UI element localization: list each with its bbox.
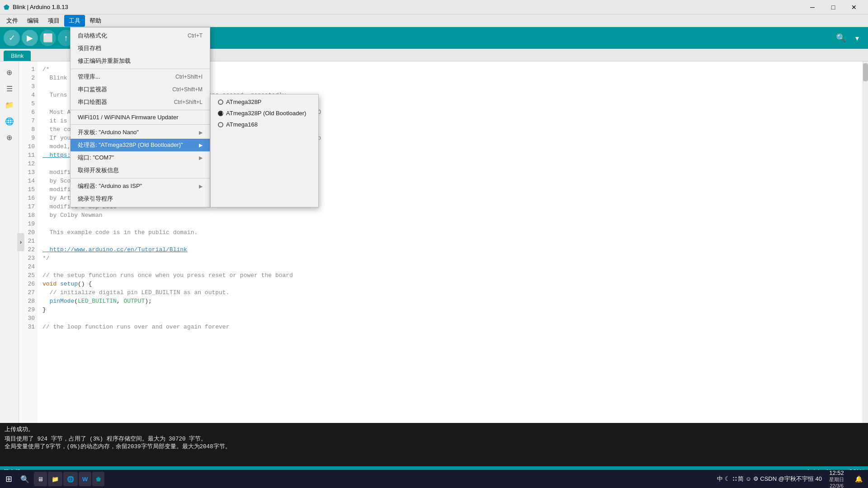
left-sidebar: ⊕ ☰ 📁 🌐 ⊕ (0, 61, 19, 423)
menu-port[interactable]: 端口: "COM7" ▶ (71, 151, 210, 164)
menu-archive[interactable]: 项目存档 (71, 42, 210, 55)
search-button[interactable]: 🔍 (834, 31, 848, 45)
menu-edit[interactable]: 编辑 (23, 15, 43, 27)
console-line-2: 全局变量使用了9字节，(0%)的动态内存，余留2039字节局部变量。最大为204… (5, 443, 863, 450)
menu-separator-1 (71, 69, 210, 69)
menu-separator-4 (71, 178, 210, 178)
taskbar-clock: 12:52 星期日 22/3/6 (826, 469, 848, 488)
menu-manage-libs[interactable]: 管理库... Ctrl+Shift+I (71, 70, 210, 83)
menu-board-info[interactable]: 取得开发板信息 (71, 164, 210, 177)
menu-file[interactable]: 文件 (2, 15, 23, 27)
taskbar-app-explorer[interactable]: 🖥 (34, 472, 47, 486)
sidebar-icon-3[interactable]: 📁 (2, 98, 17, 112)
processor-atmega328p-old[interactable]: ● ATmega328P (Old Bootloader) (211, 108, 318, 119)
menu-auto-format[interactable]: 自动格式化 Ctrl+T (71, 29, 210, 42)
sidebar-icon-1[interactable]: ⊕ (2, 65, 17, 80)
sidebar-icon-5[interactable]: ⊕ (2, 130, 17, 145)
taskbar-app-edge[interactable]: 🌐 (63, 472, 78, 486)
taskbar-app-word[interactable]: W (79, 472, 91, 486)
radio-atmega328p-old: ● (218, 111, 223, 116)
menu-board[interactable]: 开发板: "Arduino Nano" ▶ (71, 126, 210, 139)
window-controls: ─ □ ✕ (802, 0, 864, 14)
menu-help[interactable]: 帮助 (85, 15, 106, 27)
new-button[interactable]: ⬜ (40, 30, 56, 46)
menu-wifi-updater[interactable]: WiFi101 / WiFiNINA Firmware Updater (71, 112, 210, 123)
tab-blink[interactable]: Blink (4, 51, 31, 61)
menu-separator-3 (71, 124, 210, 125)
processor-submenu: ATmega328P ● ATmega328P (Old Bootloader)… (210, 94, 319, 207)
upload-button[interactable]: ▶ (22, 30, 38, 46)
search-taskbar-button[interactable]: 🔍 (17, 471, 33, 487)
title-bar: ⬟ Blink | Arduino 1.8.13 ─ □ ✕ (0, 0, 868, 14)
radio-atmega328p (218, 99, 223, 105)
taskbar: ⊞ 🔍 🖥 📁 🌐 W ⬟ 中 ☾ ∷ 简 ☺ ⚙ CSDN @宇秋不宇恒 40… (0, 470, 868, 488)
maximize-button[interactable]: □ (823, 0, 844, 14)
notification-button[interactable]: 🔔 (851, 475, 866, 483)
radio-atmega168 (218, 122, 223, 127)
menu-tools[interactable]: 工具 (64, 15, 85, 27)
toolbar-dropdown-button[interactable]: ▾ (850, 31, 864, 45)
window-title: Blink | Arduino 1.8.13 (13, 4, 68, 10)
menu-serial-monitor[interactable]: 串口监视器 Ctrl+Shift+M (71, 83, 210, 96)
close-button[interactable]: ✕ (844, 0, 864, 14)
sidebar-collapse-button[interactable]: › (17, 233, 24, 251)
console-panel: 上传成功。 项目使用了 924 字节，占用了 (3%) 程序存储空间。最大为 3… (0, 423, 868, 466)
console-status: 上传成功。 (5, 426, 863, 433)
processor-atmega168[interactable]: ATmega168 (211, 119, 318, 130)
menu-serial-plotter[interactable]: 串口绘图器 Ctrl+Shift+L (71, 96, 210, 108)
sidebar-icon-2[interactable]: ☰ (2, 81, 17, 96)
taskbar-app-arduino[interactable]: ⬟ (92, 472, 104, 486)
taskbar-app-files[interactable]: 📁 (48, 472, 62, 486)
menu-burn-bootloader[interactable]: 烧录引导程序 (71, 192, 210, 205)
menu-separator-2 (71, 110, 210, 110)
processor-atmega328p[interactable]: ATmega328P (211, 96, 318, 108)
editor-scrollbar[interactable] (863, 61, 868, 423)
menu-processor[interactable]: 处理器: "ATmega328P (Old Bootloader)" ▶ (71, 139, 210, 151)
start-button[interactable]: ⊞ (2, 471, 16, 487)
minimize-button[interactable]: ─ (802, 0, 823, 14)
tools-dropdown: 自动格式化 Ctrl+T 项目存档 修正编码并重新加载 管理库... Ctrl+… (70, 27, 210, 207)
app-logo: ⬟ (4, 4, 9, 11)
tools-menu-overlay: 自动格式化 Ctrl+T 项目存档 修正编码并重新加载 管理库... Ctrl+… (70, 27, 319, 207)
menu-project[interactable]: 项目 (43, 15, 64, 27)
verify-button[interactable]: ✓ (4, 30, 20, 46)
menu-bar: 文件 编辑 项目 工具 帮助 (0, 14, 868, 27)
sidebar-icon-4[interactable]: 🌐 (2, 114, 17, 128)
system-tray: 中 ☾ ∷ 简 ☺ ⚙ CSDN @宇秋不宇恒 40 (717, 475, 822, 483)
console-line-1: 项目使用了 924 字节，占用了 (3%) 程序存储空间。最大为 30720 字… (5, 435, 863, 443)
menu-fix-encoding[interactable]: 修正编码并重新加载 (71, 55, 210, 67)
menu-programmer[interactable]: 编程器: "Arduino as ISP" ▶ (71, 180, 210, 192)
